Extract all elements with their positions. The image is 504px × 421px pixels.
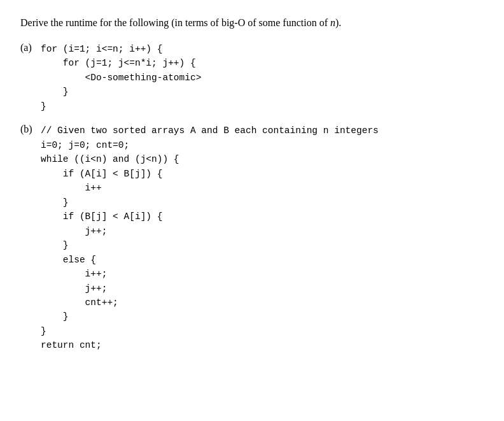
section-b-content: // Given two sorted arrays A and B each … bbox=[41, 124, 484, 353]
section-a: (a) for (i=1; i<=n; i++) { for (j=1; j<=… bbox=[20, 42, 484, 113]
section-a-label: (a) bbox=[20, 42, 41, 54]
section-a-content: for (i=1; i<=n; i++) { for (j=1; j<=n*i;… bbox=[41, 42, 484, 113]
intro-text-before: Derive the runtime for the following (in… bbox=[20, 17, 330, 28]
section-b-code: // Given two sorted arrays A and B each … bbox=[41, 124, 484, 353]
section-b-label: (b) bbox=[20, 124, 41, 135]
intro-paragraph: Derive the runtime for the following (in… bbox=[20, 15, 484, 31]
intro-text-after: ). bbox=[335, 17, 341, 28]
section-a-code: for (i=1; i<=n; i++) { for (j=1; j<=n*i;… bbox=[41, 42, 484, 113]
section-b: (b) // Given two sorted arrays A and B e… bbox=[20, 124, 484, 353]
intro-variable: n bbox=[330, 17, 335, 28]
